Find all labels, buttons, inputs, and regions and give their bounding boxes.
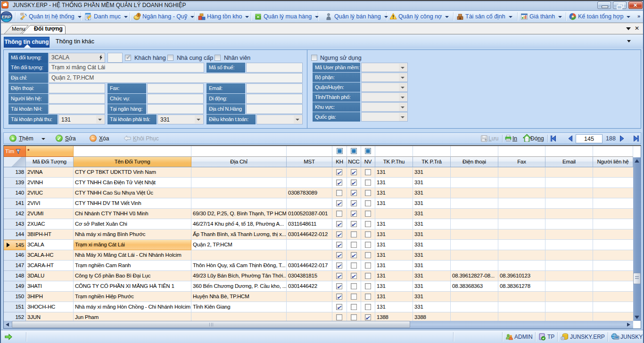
svg-text:$: $ (138, 13, 140, 17)
